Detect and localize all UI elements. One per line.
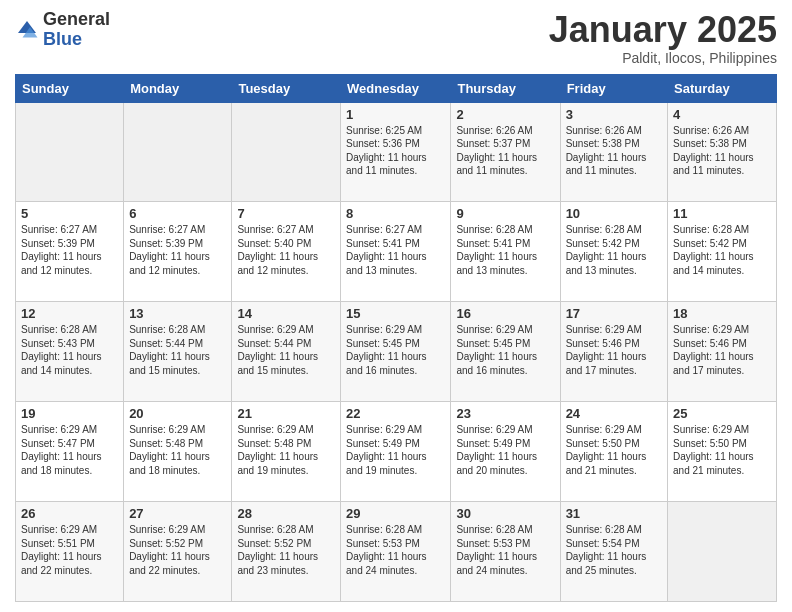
day-number: 28 [237,506,335,521]
day-info: Sunrise: 6:28 AMSunset: 5:42 PMDaylight:… [566,223,662,277]
day-info: Sunrise: 6:26 AMSunset: 5:37 PMDaylight:… [456,124,554,178]
day-number: 15 [346,306,445,321]
day-info: Sunrise: 6:29 AMSunset: 5:50 PMDaylight:… [566,423,662,477]
day-info: Sunrise: 6:29 AMSunset: 5:52 PMDaylight:… [129,523,226,577]
calendar-cell: 26Sunrise: 6:29 AMSunset: 5:51 PMDayligh… [16,502,124,602]
day-info: Sunrise: 6:29 AMSunset: 5:45 PMDaylight:… [456,323,554,377]
day-number: 2 [456,107,554,122]
calendar-cell: 13Sunrise: 6:28 AMSunset: 5:44 PMDayligh… [124,302,232,402]
day-info: Sunrise: 6:29 AMSunset: 5:44 PMDaylight:… [237,323,335,377]
calendar-cell: 5Sunrise: 6:27 AMSunset: 5:39 PMDaylight… [16,202,124,302]
calendar-cell: 28Sunrise: 6:28 AMSunset: 5:52 PMDayligh… [232,502,341,602]
day-number: 21 [237,406,335,421]
week-row-1: 1Sunrise: 6:25 AMSunset: 5:36 PMDaylight… [16,102,777,202]
week-row-5: 26Sunrise: 6:29 AMSunset: 5:51 PMDayligh… [16,502,777,602]
column-header-tuesday: Tuesday [232,74,341,102]
day-info: Sunrise: 6:29 AMSunset: 5:49 PMDaylight:… [346,423,445,477]
day-info: Sunrise: 6:27 AMSunset: 5:41 PMDaylight:… [346,223,445,277]
logo-icon [15,18,39,42]
calendar-cell: 24Sunrise: 6:29 AMSunset: 5:50 PMDayligh… [560,402,667,502]
day-info: Sunrise: 6:28 AMSunset: 5:44 PMDaylight:… [129,323,226,377]
day-info: Sunrise: 6:28 AMSunset: 5:53 PMDaylight:… [346,523,445,577]
day-number: 26 [21,506,118,521]
day-info: Sunrise: 6:29 AMSunset: 5:46 PMDaylight:… [673,323,771,377]
title-block: January 2025 Paldit, Ilocos, Philippines [549,10,777,66]
calendar-cell: 22Sunrise: 6:29 AMSunset: 5:49 PMDayligh… [341,402,451,502]
day-info: Sunrise: 6:29 AMSunset: 5:48 PMDaylight:… [129,423,226,477]
day-info: Sunrise: 6:29 AMSunset: 5:49 PMDaylight:… [456,423,554,477]
day-info: Sunrise: 6:26 AMSunset: 5:38 PMDaylight:… [673,124,771,178]
day-number: 3 [566,107,662,122]
day-info: Sunrise: 6:26 AMSunset: 5:38 PMDaylight:… [566,124,662,178]
calendar-cell: 23Sunrise: 6:29 AMSunset: 5:49 PMDayligh… [451,402,560,502]
day-number: 7 [237,206,335,221]
day-number: 11 [673,206,771,221]
logo-text: General Blue [43,10,110,50]
day-info: Sunrise: 6:29 AMSunset: 5:46 PMDaylight:… [566,323,662,377]
calendar-cell [232,102,341,202]
column-header-friday: Friday [560,74,667,102]
calendar-cell: 25Sunrise: 6:29 AMSunset: 5:50 PMDayligh… [668,402,777,502]
month-title: January 2025 [549,10,777,50]
logo-general: General [43,9,110,29]
day-info: Sunrise: 6:28 AMSunset: 5:52 PMDaylight:… [237,523,335,577]
calendar-cell: 9Sunrise: 6:28 AMSunset: 5:41 PMDaylight… [451,202,560,302]
calendar-cell: 8Sunrise: 6:27 AMSunset: 5:41 PMDaylight… [341,202,451,302]
calendar-cell: 15Sunrise: 6:29 AMSunset: 5:45 PMDayligh… [341,302,451,402]
day-info: Sunrise: 6:28 AMSunset: 5:43 PMDaylight:… [21,323,118,377]
day-number: 16 [456,306,554,321]
calendar-cell: 1Sunrise: 6:25 AMSunset: 5:36 PMDaylight… [341,102,451,202]
day-number: 10 [566,206,662,221]
column-header-thursday: Thursday [451,74,560,102]
day-number: 30 [456,506,554,521]
header: General Blue January 2025 Paldit, Ilocos… [15,10,777,66]
calendar-header-row: SundayMondayTuesdayWednesdayThursdayFrid… [16,74,777,102]
day-number: 8 [346,206,445,221]
day-number: 23 [456,406,554,421]
day-number: 13 [129,306,226,321]
calendar-cell: 7Sunrise: 6:27 AMSunset: 5:40 PMDaylight… [232,202,341,302]
day-number: 31 [566,506,662,521]
calendar-cell: 17Sunrise: 6:29 AMSunset: 5:46 PMDayligh… [560,302,667,402]
calendar-cell [124,102,232,202]
calendar-cell [16,102,124,202]
week-row-4: 19Sunrise: 6:29 AMSunset: 5:47 PMDayligh… [16,402,777,502]
calendar-cell [668,502,777,602]
day-number: 17 [566,306,662,321]
calendar-cell: 2Sunrise: 6:26 AMSunset: 5:37 PMDaylight… [451,102,560,202]
day-number: 1 [346,107,445,122]
day-info: Sunrise: 6:29 AMSunset: 5:50 PMDaylight:… [673,423,771,477]
calendar-cell: 19Sunrise: 6:29 AMSunset: 5:47 PMDayligh… [16,402,124,502]
day-info: Sunrise: 6:29 AMSunset: 5:51 PMDaylight:… [21,523,118,577]
calendar-cell: 18Sunrise: 6:29 AMSunset: 5:46 PMDayligh… [668,302,777,402]
day-number: 4 [673,107,771,122]
column-header-wednesday: Wednesday [341,74,451,102]
day-info: Sunrise: 6:29 AMSunset: 5:45 PMDaylight:… [346,323,445,377]
subtitle: Paldit, Ilocos, Philippines [549,50,777,66]
column-header-saturday: Saturday [668,74,777,102]
day-number: 6 [129,206,226,221]
day-number: 5 [21,206,118,221]
calendar-cell: 14Sunrise: 6:29 AMSunset: 5:44 PMDayligh… [232,302,341,402]
column-header-sunday: Sunday [16,74,124,102]
calendar-cell: 30Sunrise: 6:28 AMSunset: 5:53 PMDayligh… [451,502,560,602]
calendar-cell: 6Sunrise: 6:27 AMSunset: 5:39 PMDaylight… [124,202,232,302]
day-info: Sunrise: 6:29 AMSunset: 5:47 PMDaylight:… [21,423,118,477]
day-number: 20 [129,406,226,421]
day-info: Sunrise: 6:28 AMSunset: 5:53 PMDaylight:… [456,523,554,577]
calendar-cell: 27Sunrise: 6:29 AMSunset: 5:52 PMDayligh… [124,502,232,602]
day-number: 29 [346,506,445,521]
day-number: 25 [673,406,771,421]
calendar-cell: 3Sunrise: 6:26 AMSunset: 5:38 PMDaylight… [560,102,667,202]
day-number: 24 [566,406,662,421]
day-info: Sunrise: 6:27 AMSunset: 5:40 PMDaylight:… [237,223,335,277]
week-row-3: 12Sunrise: 6:28 AMSunset: 5:43 PMDayligh… [16,302,777,402]
day-info: Sunrise: 6:28 AMSunset: 5:54 PMDaylight:… [566,523,662,577]
calendar-cell: 21Sunrise: 6:29 AMSunset: 5:48 PMDayligh… [232,402,341,502]
day-number: 14 [237,306,335,321]
day-number: 9 [456,206,554,221]
day-info: Sunrise: 6:25 AMSunset: 5:36 PMDaylight:… [346,124,445,178]
day-number: 22 [346,406,445,421]
page: General Blue January 2025 Paldit, Ilocos… [0,0,792,612]
day-info: Sunrise: 6:28 AMSunset: 5:41 PMDaylight:… [456,223,554,277]
